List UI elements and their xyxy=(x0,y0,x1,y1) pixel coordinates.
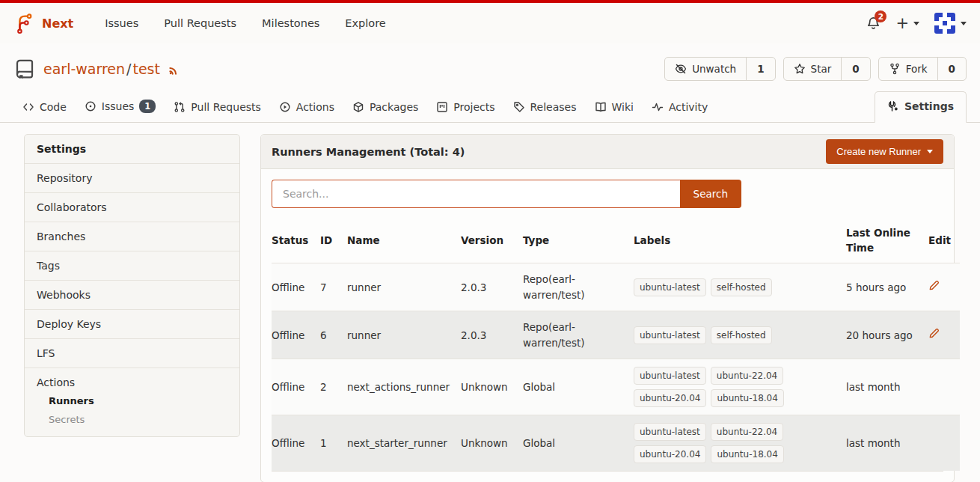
notifications-button[interactable]: 2 xyxy=(866,16,881,31)
tab-wiki[interactable]: Wiki xyxy=(586,94,643,122)
watchers-count[interactable]: 1 xyxy=(746,58,774,80)
pulse-icon xyxy=(652,101,664,113)
tab-actions[interactable]: Actions xyxy=(270,94,343,122)
repo-name-link[interactable]: test xyxy=(132,61,160,77)
tag-icon xyxy=(513,101,525,113)
tab-activity[interactable]: Activity xyxy=(643,94,717,122)
sidebar-item-secrets[interactable]: Secrets xyxy=(25,410,239,429)
star-icon xyxy=(794,63,806,75)
star-label: Star xyxy=(811,63,832,75)
sidebar-item-branches[interactable]: Branches xyxy=(25,222,239,251)
tab-issues[interactable]: Issues 1 xyxy=(76,92,165,122)
play-circle-icon xyxy=(279,101,291,113)
label-chip: ubuntu-20.04 xyxy=(634,389,706,407)
forgejo-logo-icon xyxy=(13,11,36,35)
create-menu-button[interactable]: + xyxy=(895,16,919,31)
runner-id: 6 xyxy=(320,311,347,359)
runner-last-online: last month xyxy=(846,415,928,472)
unwatch-button[interactable]: Unwatch xyxy=(665,58,746,80)
sidebar-section-actions[interactable]: Actions xyxy=(25,368,239,391)
fork-button[interactable]: Fork xyxy=(879,58,937,80)
label-chip: ubuntu-18.04 xyxy=(711,389,783,407)
top-navbar: Next Issues Pull Requests Milestones Exp… xyxy=(0,0,980,43)
runner-status: Offline xyxy=(272,359,320,415)
runner-status: Offline xyxy=(272,263,320,311)
col-version: Version xyxy=(461,219,523,263)
label-chip: self-hosted xyxy=(711,326,772,344)
col-id: ID xyxy=(320,219,347,263)
runner-type: Global xyxy=(523,415,634,472)
col-last-online: Last Online Time xyxy=(846,219,928,263)
forks-count[interactable]: 0 xyxy=(937,58,966,80)
eye-slash-icon xyxy=(675,63,687,75)
label-chip: ubuntu-latest xyxy=(634,278,706,296)
nav-explore[interactable]: Explore xyxy=(334,11,396,35)
runner-name: runner xyxy=(347,311,461,359)
tab-packages[interactable]: Packages xyxy=(343,94,427,122)
search-input[interactable] xyxy=(272,180,680,208)
stars-count[interactable]: 0 xyxy=(841,58,869,80)
project-board-icon xyxy=(436,101,448,113)
sidebar-item-tags[interactable]: Tags xyxy=(25,251,239,281)
edit-runner-button[interactable] xyxy=(928,328,940,339)
runner-name: next_starter_runner xyxy=(347,415,461,472)
runner-version: 2.0.3 xyxy=(461,311,523,359)
label-chip: ubuntu-latest xyxy=(634,326,706,344)
star-button[interactable]: Star xyxy=(784,58,842,80)
runner-status: Offline xyxy=(272,311,320,359)
col-type: Type xyxy=(523,219,634,263)
home-link[interactable]: Next xyxy=(13,11,73,35)
panel-title: Runners Management (Total: 4) xyxy=(272,146,465,158)
tab-pull-requests[interactable]: Pull Requests xyxy=(165,94,269,122)
runner-type: Repo(earl-warren/test) xyxy=(523,263,634,311)
search-button[interactable]: Search xyxy=(680,180,741,208)
runner-last-online: last month xyxy=(846,359,928,415)
user-menu-button[interactable] xyxy=(934,13,967,34)
tab-releases[interactable]: Releases xyxy=(504,94,586,122)
nav-pull-requests[interactable]: Pull Requests xyxy=(153,11,247,35)
repo-book-icon xyxy=(13,58,36,80)
table-row: Offline 1 next_starter_runner Unknown Gl… xyxy=(272,415,960,472)
runners-panel: Runners Management (Total: 4) Create new… xyxy=(260,134,955,482)
tab-code[interactable]: Code xyxy=(13,94,76,122)
chevron-down-icon xyxy=(927,150,933,153)
sidebar-item-deploy-keys[interactable]: Deploy Keys xyxy=(25,310,239,339)
nav-milestones[interactable]: Milestones xyxy=(251,11,330,35)
runner-type: Repo(earl-warren/test) xyxy=(523,311,634,359)
primary-nav: Issues Pull Requests Milestones Explore xyxy=(94,11,396,35)
sidebar-item-runners[interactable]: Runners xyxy=(25,391,239,410)
runner-id: 1 xyxy=(320,415,347,472)
label-chip: ubuntu-latest xyxy=(634,367,706,385)
avatar xyxy=(934,13,955,34)
repo-tabbar: Code Issues 1 Pull Requests Actions Pack… xyxy=(0,88,980,123)
col-status: Status xyxy=(272,219,320,263)
sidebar-item-collaborators[interactable]: Collaborators xyxy=(25,193,239,222)
runners-table: Status ID Name Version Type Labels Last … xyxy=(272,219,960,471)
tab-projects[interactable]: Projects xyxy=(427,94,503,122)
runner-last-online: 5 hours ago xyxy=(846,263,928,311)
runner-status: Offline xyxy=(272,415,320,472)
repo-owner-link[interactable]: earl-warren xyxy=(43,61,125,77)
code-icon xyxy=(22,101,34,113)
brand-name: Next xyxy=(42,16,73,31)
issue-icon xyxy=(85,100,97,112)
nav-issues[interactable]: Issues xyxy=(94,11,149,35)
fork-label: Fork xyxy=(906,63,928,75)
rss-icon[interactable] xyxy=(168,62,181,76)
tab-settings[interactable]: Settings xyxy=(875,91,967,123)
create-new-runner-button[interactable]: Create new Runner xyxy=(826,139,943,164)
label-chip: ubuntu-22.04 xyxy=(711,367,783,385)
runner-name: next_actions_runner xyxy=(347,359,461,415)
book-icon xyxy=(595,101,607,113)
edit-runner-button[interactable] xyxy=(928,280,940,291)
repo-header: earl-warren/test Unwatch 1 xyxy=(0,43,980,88)
col-labels: Labels xyxy=(634,219,846,263)
runner-type: Global xyxy=(523,359,634,415)
sidebar-item-webhooks[interactable]: Webhooks xyxy=(25,281,239,310)
sidebar-header-settings: Settings xyxy=(25,135,239,164)
runner-id: 2 xyxy=(320,359,347,415)
watch-button-group: Unwatch 1 xyxy=(664,57,775,81)
sidebar-item-repository[interactable]: Repository xyxy=(25,164,239,193)
sidebar-item-lfs[interactable]: LFS xyxy=(25,339,239,368)
repo-separator: / xyxy=(126,61,131,77)
